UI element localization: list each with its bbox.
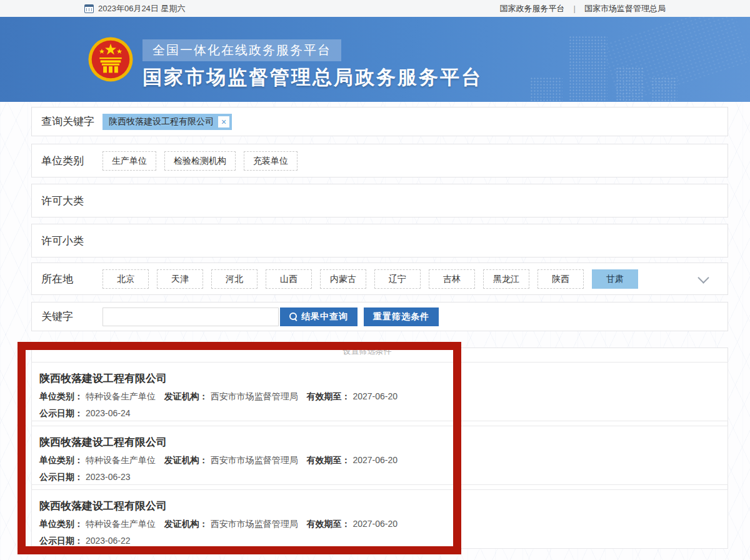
platform-subtitle: 全国一体化在线政务服务平台 (142, 39, 341, 61)
location-option[interactable]: 内蒙古 (320, 269, 366, 289)
close-icon[interactable]: × (218, 116, 229, 128)
results-panel: 设置筛选条件 陕西牧落建设工程有限公司 单位类别： 特种设备生产单位 发证机构：… (31, 348, 728, 549)
keyword-input[interactable] (102, 308, 279, 326)
result-detail-line: 单位类别： 特种设备生产单位 发证机构： 西安市市场监督管理局 有效期至： 20… (39, 455, 728, 466)
search-in-results-button[interactable]: 结果中查询 (280, 308, 358, 326)
search-in-results-label: 结果中查询 (301, 311, 348, 322)
location-option[interactable]: 山西 (266, 269, 312, 289)
date-display: 2023年06月24日 星期六 (84, 3, 185, 14)
valid-until-field-value: 2027-06-20 (352, 391, 398, 401)
issuer-field-value: 西安市市场监督管理局 (211, 519, 298, 529)
search-icon (289, 312, 298, 321)
publish-date-field-label: 公示日期： (39, 536, 83, 546)
result-company-name[interactable]: 陕西牧落建设工程有限公司 (39, 371, 728, 386)
result-publish-line: 公示日期： 2023-06-23 (39, 472, 728, 483)
valid-until-field-value: 2027-06-20 (352, 455, 398, 465)
location-option[interactable]: 吉林 (429, 269, 475, 289)
unit-type-options: 生产单位 检验检测机构 充装单位 (102, 151, 298, 171)
issuer-field-label: 发证机构： (164, 455, 208, 465)
valid-until-field-label: 有效期至： (307, 391, 351, 401)
page-title: 国家市场监督管理总局政务服务平台 (142, 64, 482, 91)
location-option[interactable]: 河北 (211, 269, 258, 289)
link-samr-home[interactable]: 国家市场监督管理总局 (584, 3, 666, 14)
issuer-field-value: 西安市市场监督管理局 (211, 391, 298, 401)
page-header: 全国一体化在线政务服务平台 国家市场监督管理总局政务服务平台 (0, 17, 750, 102)
current-date: 2023年06月24日 星期六 (98, 3, 185, 14)
result-company-name[interactable]: 陕西牧落建设工程有限公司 (39, 499, 728, 513)
unit-type-field-label: 单位类别： (39, 519, 83, 529)
result-company-name[interactable]: 陕西牧落建设工程有限公司 (39, 435, 728, 449)
location-option[interactable]: 陕西 (538, 269, 584, 289)
filter-row-license-major: 许可大类 (31, 184, 728, 218)
publish-date-field-label: 公示日期： (39, 408, 83, 418)
location-option[interactable]: 黑龙江 (483, 269, 529, 289)
filter-row-keyword: 关键字 结果中查询 重置筛选条件 (31, 302, 728, 331)
chevron-down-icon[interactable] (698, 272, 709, 283)
result-card[interactable]: 陕西牧落建设工程有限公司 单位类别： 特种设备生产单位 发证机构： 西安市市场监… (31, 362, 728, 421)
filter-row-unit-type: 单位类别 生产单位 检验检测机构 充装单位 (31, 144, 728, 178)
result-detail-line: 单位类别： 特种设备生产单位 发证机构： 西安市市场监督管理局 有效期至： 20… (39, 519, 728, 530)
query-keyword-label: 查询关键字 (41, 114, 102, 129)
top-bar: 2023年06月24日 星期六 国家政务服务平台 | 国家市场监督管理总局 (0, 0, 750, 17)
link-national-gov-platform[interactable]: 国家政务服务平台 (500, 3, 565, 14)
location-option[interactable]: 天津 (157, 269, 203, 289)
result-publish-line: 公示日期： 2023-06-22 (39, 536, 728, 547)
result-card[interactable]: 陕西牧落建设工程有限公司 单位类别： 特种设备生产单位 发证机构： 西安市市场监… (31, 426, 728, 485)
publish-date-field-label: 公示日期： (39, 472, 83, 482)
license-major-label: 许可大类 (41, 194, 102, 208)
unit-type-field-label: 单位类别： (39, 391, 83, 401)
unit-type-option[interactable]: 生产单位 (102, 151, 156, 171)
valid-until-field-label: 有效期至： (307, 519, 351, 529)
location-option[interactable]: 甘肃 (592, 269, 638, 289)
unit-type-field-value: 特种设备生产单位 (86, 455, 156, 465)
query-keyword-tag[interactable]: 陕西牧落建设工程有限公司 × (102, 114, 232, 130)
result-card[interactable]: 陕西牧落建设工程有限公司 单位类别： 特种设备生产单位 发证机构： 西安市市场监… (31, 489, 728, 549)
result-detail-line: 单位类别： 特种设备生产单位 发证机构： 西安市市场监督管理局 有效期至： 20… (39, 391, 728, 402)
unit-type-option[interactable]: 充装单位 (244, 151, 298, 171)
unit-type-field-label: 单位类别： (39, 455, 83, 465)
filter-row-query-keyword: 查询关键字 陕西牧落建设工程有限公司 × (31, 107, 728, 136)
unit-type-field-value: 特种设备生产单位 (86, 391, 156, 401)
topbar-link-divider: | (574, 4, 576, 13)
location-options: 北京 天津 河北 山西 内蒙古 辽宁 吉林 黑龙江 陕西 甘肃 (102, 269, 638, 289)
issuer-field-value: 西安市市场监督管理局 (211, 455, 298, 465)
publish-date-field-value: 2023-06-22 (86, 536, 131, 546)
valid-until-field-label: 有效期至： (307, 455, 351, 465)
filter-row-location: 所在地 北京 天津 河北 山西 内蒙古 辽宁 吉林 黑龙江 陕西 甘肃 (31, 262, 728, 295)
publish-date-field-value: 2023-06-24 (86, 408, 131, 418)
license-minor-label: 许可小类 (41, 234, 102, 248)
unit-type-label: 单位类别 (41, 154, 102, 168)
publish-date-field-value: 2023-06-23 (86, 472, 131, 482)
location-option[interactable]: 辽宁 (374, 269, 421, 289)
reset-filters-button[interactable]: 重置筛选条件 (364, 308, 439, 326)
reset-filters-label: 重置筛选条件 (373, 311, 429, 322)
issuer-field-label: 发证机构： (164, 391, 208, 401)
keyword-label: 关键字 (41, 309, 102, 324)
issuer-field-label: 发证机构： (164, 519, 208, 529)
valid-until-field-value: 2027-06-20 (352, 519, 398, 529)
buildings-decoration (488, 28, 712, 102)
query-keyword-tag-text: 陕西牧落建设工程有限公司 (109, 116, 214, 128)
unit-type-field-value: 特种设备生产单位 (86, 519, 156, 529)
occluded-filter-text: 设置筛选条件 (32, 346, 702, 357)
filter-row-license-minor: 许可小类 (31, 224, 728, 258)
location-option[interactable]: 北京 (102, 269, 149, 289)
location-label: 所在地 (41, 272, 102, 286)
result-publish-line: 公示日期： 2023-06-24 (39, 408, 728, 419)
topbar-links: 国家政务服务平台 | 国家市场监督管理总局 (500, 3, 666, 14)
unit-type-option[interactable]: 检验检测机构 (164, 151, 236, 171)
calendar-icon (84, 4, 94, 13)
national-emblem-icon (88, 36, 134, 83)
